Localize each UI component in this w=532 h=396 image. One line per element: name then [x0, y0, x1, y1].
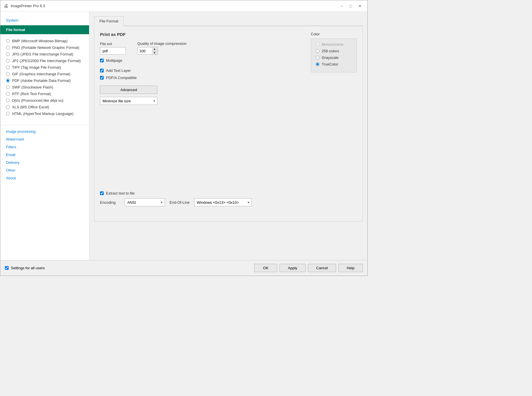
color-grayscale-radio[interactable] [316, 56, 319, 59]
pdfa-row: PDF/A Compatible [100, 76, 299, 80]
format-radio-group: BMP (Microsoft Windows Bitmap) PNG (Port… [0, 35, 89, 119]
help-button[interactable]: Help [338, 264, 363, 272]
color-256-label: 256 colors [322, 49, 339, 53]
sidebar-link-other[interactable]: Other [0, 166, 89, 174]
color-monochrome-radio[interactable] [316, 43, 319, 46]
quality-input[interactable] [137, 47, 152, 55]
app-icon: 🖨 [4, 3, 8, 9]
extract-text-label: Extract text to file [106, 191, 135, 195]
advanced-button[interactable]: Advanced [100, 86, 157, 94]
pdfa-label: PDF/A Compatible [106, 76, 137, 80]
tab-content: Print as PDF File ext Quality of image c… [94, 26, 363, 222]
sidebar-radio-gif[interactable]: GIF (Graphics Interchange Format) [0, 71, 89, 77]
fmt-tiff-label: TIFF (Tag Image File Format) [12, 65, 61, 70]
fmt-jp2-label: JP2 (JPEG2000 File Interchange Format) [12, 59, 81, 63]
color-panel: Monochrome 256 colors Grayscale [311, 39, 357, 72]
sidebar-active-file-format[interactable]: File format [0, 25, 89, 34]
sidebar-radio-bmp[interactable]: BMP (Microsoft Windows Bitmap) [0, 38, 89, 44]
apply-button[interactable]: Apply [280, 264, 306, 272]
color-grayscale-label: Grayscale [322, 55, 339, 60]
minimize-select[interactable]: Minimize file size Balanced Maximum qual… [100, 97, 157, 105]
cancel-button[interactable]: Cancel [308, 264, 336, 272]
minimize-select-wrap: Minimize file size Balanced Maximum qual… [100, 97, 157, 105]
sidebar-link-email[interactable]: Email [0, 151, 89, 159]
right-panel: File Format Print as PDF File ext [89, 12, 367, 260]
sidebar-radio-rtf[interactable]: RTF (Rich Text Format) [0, 91, 89, 97]
sidebar-link-watermark[interactable]: Watermark [0, 135, 89, 143]
fmt-xls-label: XLS (MS Office Excel) [12, 105, 49, 109]
color-title: Color [311, 32, 357, 36]
color-section: Color Monochrome 256 colors [311, 32, 357, 105]
ok-button[interactable]: OK [254, 264, 277, 272]
file-ext-input[interactable] [100, 47, 126, 55]
fmt-html-label: HTML (HyperText Markup Language) [12, 112, 74, 116]
fmt-pdf-label: PDF (Adobe Portable Data Format) [12, 78, 71, 83]
color-truecolor-radio[interactable] [316, 62, 319, 66]
sidebar-radio-pdf[interactable]: PDF (Adobe Portable Data Format) [0, 77, 89, 84]
color-truecolor-row: TrueColor [316, 62, 352, 66]
eol-select-wrap: Windows <0x13> <0x10> Unix <0x10> Mac <0… [194, 198, 252, 206]
sidebar-radio-xls[interactable]: XLS (MS Office Excel) [0, 104, 89, 110]
quality-label: Quality of image compression [137, 41, 186, 46]
maximize-button[interactable]: □ [347, 2, 355, 10]
color-monochrome-row: Monochrome [316, 42, 352, 47]
encoding-select[interactable]: ANSI UTF-8 Unicode [125, 198, 165, 206]
app-title: ImagePrinter Pro 6.3 [11, 4, 45, 8]
fmt-bmp-label: BMP (Microsoft Windows Bitmap) [12, 39, 68, 43]
print-as-title: Print as PDF [100, 32, 299, 37]
extract-text-row: Extract text to file [100, 191, 357, 195]
sidebar-radio-tiff[interactable]: TIFF (Tag Image File Format) [0, 64, 89, 71]
color-truecolor-label: TrueColor [322, 62, 338, 66]
sidebar-radio-html[interactable]: HTML (HyperText Markup Language) [0, 110, 89, 117]
sidebar-radio-swf[interactable]: SWF (Shockwave Flash) [0, 84, 89, 91]
sidebar-link-image-processing[interactable]: Image processing [0, 128, 89, 135]
minimize-button[interactable]: − [338, 2, 346, 10]
sidebar-radio-png[interactable]: PNG (Portable Network Graphic Format) [0, 44, 89, 51]
sidebar-link-delivery[interactable]: Delivery [0, 159, 89, 166]
file-ext-label: File ext [100, 42, 126, 46]
multipage-label: Multipage [106, 58, 122, 63]
add-text-layer-row: Add Text Layer [100, 68, 299, 73]
footer: Settings for all users OK Apply Cancel H… [0, 260, 367, 276]
quality-down-button[interactable]: ▼ [152, 51, 157, 55]
fmt-jpg-label: JPG (JPEG File Interchange Format) [12, 52, 73, 56]
settings-all-users-checkbox[interactable] [5, 266, 9, 270]
sidebar-link-system[interactable]: System [0, 16, 89, 24]
sidebar-link-filters[interactable]: Filters [0, 143, 89, 151]
sidebar-radio-jp2[interactable]: JP2 (JPEG2000 File Interchange Format) [0, 57, 89, 64]
quality-up-button[interactable]: ▲ [152, 47, 157, 51]
encoding-label: Encoding [100, 200, 120, 205]
encoding-select-wrap: ANSI UTF-8 Unicode ▼ [125, 198, 165, 206]
add-text-layer-checkbox[interactable] [100, 69, 104, 72]
pdfa-checkbox[interactable] [100, 76, 104, 80]
title-bar: 🖨 ImagePrinter Pro 6.3 − □ ✕ [0, 0, 367, 12]
quality-spinner: ▲ ▼ [137, 47, 186, 55]
fmt-gif-label: GIF (Graphics Interchange Format) [12, 72, 70, 76]
close-button[interactable]: ✕ [356, 2, 364, 10]
color-monochrome-label: Monochrome [322, 42, 344, 47]
sidebar-radio-djvu[interactable]: DjVu (Pronounced like déjà vu) [0, 97, 89, 104]
sidebar-link-about[interactable]: About [0, 174, 89, 182]
multipage-row: Multipage [100, 58, 299, 63]
color-256-row: 256 colors [316, 49, 352, 53]
multipage-checkbox[interactable] [100, 59, 104, 62]
file-ext-quality-row: File ext Quality of image compression ▲ … [100, 41, 299, 55]
eol-select[interactable]: Windows <0x13> <0x10> Unix <0x10> Mac <0… [194, 198, 252, 206]
fmt-djvu-label: DjVu (Pronounced like déjà vu) [12, 98, 63, 103]
extract-section: Extract text to file Encoding ANSI UTF-8… [100, 191, 357, 206]
add-text-layer-label: Add Text Layer [106, 68, 131, 73]
fmt-rtf-label: RTF (Rich Text Format) [12, 92, 51, 96]
settings-all-users-label: Settings for all users [11, 266, 45, 270]
footer-left: Settings for all users [5, 266, 45, 270]
encoding-row: Encoding ANSI UTF-8 Unicode ▼ End-Of-Lin… [100, 198, 357, 206]
eol-label: End-Of-Line [169, 200, 190, 205]
footer-right: OK Apply Cancel Help [254, 264, 363, 272]
fmt-png-label: PNG (Portable Network Graphic Format) [12, 45, 79, 50]
fmt-swf-label: SWF (Shockwave Flash) [12, 85, 53, 89]
sidebar: System File format BMP (Microsoft Window… [0, 12, 89, 260]
extract-text-checkbox[interactable] [100, 191, 104, 195]
color-grayscale-row: Grayscale [316, 55, 352, 60]
tab-file-format[interactable]: File Format [94, 16, 124, 26]
color-256-radio[interactable] [316, 49, 319, 53]
sidebar-radio-jpg[interactable]: JPG (JPEG File Interchange Format) [0, 51, 89, 57]
